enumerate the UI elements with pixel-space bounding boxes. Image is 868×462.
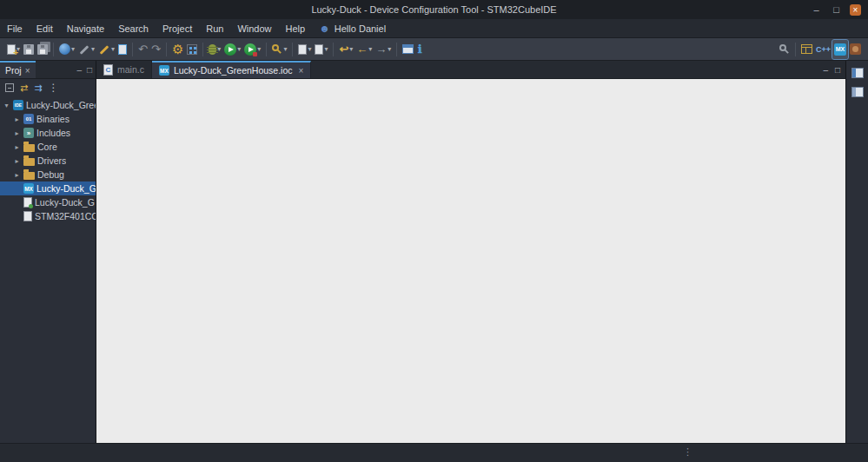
- chevron-down-icon[interactable]: ▾: [237, 45, 241, 53]
- collapse-arrow-icon[interactable]: ▸: [13, 143, 21, 151]
- close-button[interactable]: ×: [850, 4, 861, 16]
- tree-item-binaries[interactable]: ▸ 01 Binaries: [0, 112, 96, 126]
- maximize-editor-button[interactable]: □: [835, 65, 840, 75]
- minimize-view-button[interactable]: –: [76, 65, 82, 75]
- chevron-down-icon[interactable]: ▾: [257, 45, 261, 53]
- cpp-perspective-button[interactable]: C++: [814, 40, 832, 59]
- menu-edit[interactable]: Edit: [30, 19, 60, 37]
- toolbar-separator: [292, 43, 293, 56]
- collapse-all-icon[interactable]: [5, 83, 14, 92]
- open-element-button[interactable]: [116, 40, 129, 59]
- build-button[interactable]: ▾: [96, 40, 116, 59]
- chevron-down-icon[interactable]: ▾: [111, 45, 115, 53]
- chevron-down-icon[interactable]: ▾: [91, 45, 95, 53]
- gear-icon: ⚙: [172, 43, 183, 56]
- tree-item-launch-file[interactable]: Lucky-Duck_G: [0, 195, 96, 209]
- user-account[interactable]: ☻ Hello Daniel: [312, 23, 393, 35]
- search-button[interactable]: ▾: [270, 40, 288, 59]
- debug-button[interactable]: ▾: [207, 40, 222, 59]
- editor-area: C main.c MX Lucky-Duck_GreenHouse.ioc × …: [96, 61, 845, 443]
- tab-main-c[interactable]: C main.c: [96, 61, 152, 78]
- tab-project-explorer[interactable]: Proj ×: [0, 61, 36, 78]
- chevron-down-icon[interactable]: ▾: [283, 45, 287, 53]
- tree-item-debug[interactable]: ▸ Debug: [0, 168, 96, 182]
- folder-icon: [23, 158, 35, 166]
- cpp-perspective-icon: C++: [816, 45, 831, 54]
- link-with-editor-icon[interactable]: ⇄: [20, 83, 28, 93]
- tree-item-includes[interactable]: ▸ » Includes: [0, 126, 96, 140]
- mx-perspective-icon: MX: [834, 43, 846, 56]
- close-icon[interactable]: ×: [25, 66, 30, 76]
- undo-button[interactable]: ↶: [136, 40, 149, 59]
- back-button[interactable]: ←▾: [354, 40, 374, 59]
- titlebar: Lucky-Duck - Device Configuration Tool -…: [0, 0, 868, 19]
- new-wizard-button[interactable]: +▾: [5, 40, 22, 59]
- view-menu-icon[interactable]: ⋮: [48, 82, 58, 93]
- maximize-button[interactable]: □: [830, 3, 843, 16]
- menu-file[interactable]: File: [0, 19, 30, 37]
- new-source-file-button[interactable]: ▾: [313, 40, 329, 59]
- restore-view-button-2[interactable]: [851, 87, 864, 97]
- stm32-target-button[interactable]: ▾: [57, 40, 76, 59]
- minimize-editor-button[interactable]: –: [823, 65, 828, 75]
- open-perspective-button[interactable]: [799, 40, 814, 59]
- minimize-button[interactable]: –: [810, 3, 823, 16]
- quick-search-icon: [779, 44, 786, 51]
- chevron-down-icon[interactable]: ▾: [71, 45, 75, 53]
- tree-item-device-file[interactable]: STM32F401CC: [0, 209, 96, 223]
- tree-item-drivers[interactable]: ▸ Drivers: [0, 154, 96, 168]
- menu-run[interactable]: Run: [199, 19, 230, 37]
- focus-on-active-task-icon[interactable]: ⇉: [34, 83, 42, 93]
- collapse-arrow-icon[interactable]: ▸: [13, 129, 21, 137]
- forward-button[interactable]: →▾: [374, 40, 393, 59]
- menu-help[interactable]: Help: [279, 19, 313, 37]
- external-tools-icon: [244, 43, 256, 56]
- open-window-button[interactable]: [401, 40, 415, 59]
- run-button[interactable]: ▾: [222, 40, 242, 59]
- redo-button[interactable]: ↷: [149, 40, 162, 59]
- collapse-arrow-icon[interactable]: ▸: [13, 116, 21, 123]
- perspective-grid-icon: [801, 44, 812, 54]
- user-avatar-icon: ☻: [319, 23, 330, 35]
- menu-navigate[interactable]: Navigate: [60, 19, 111, 37]
- header-file-icon: [298, 44, 307, 55]
- menu-project[interactable]: Project: [156, 19, 199, 37]
- statusbar-grip-handle[interactable]: ⋮: [683, 446, 692, 458]
- file-icon: [23, 211, 32, 221]
- chevron-down-icon[interactable]: ▾: [349, 45, 353, 53]
- debug-perspective-icon: [850, 43, 861, 55]
- menu-window[interactable]: Window: [230, 19, 278, 37]
- collapse-arrow-icon[interactable]: ▸: [13, 157, 21, 165]
- menu-search[interactable]: Search: [111, 19, 156, 37]
- external-tools-button[interactable]: ▾: [242, 40, 262, 59]
- device-config-perspective-button[interactable]: MX: [832, 40, 848, 59]
- chevron-down-icon[interactable]: ▾: [388, 45, 391, 53]
- tree-item-ioc-file[interactable]: MX Lucky-Duck_G: [0, 182, 96, 195]
- save-button[interactable]: [22, 40, 36, 59]
- close-icon[interactable]: ×: [299, 66, 304, 76]
- about-info-button[interactable]: ℹ: [415, 40, 423, 59]
- flash-programmer-button[interactable]: ▾: [76, 40, 96, 59]
- tab-label: main.c: [117, 64, 144, 75]
- project-explorer-panel: Proj × – □ ⇄ ⇉ ⋮ ▾ IDE Lucky-Duck_: [0, 61, 96, 443]
- device-configuration-button[interactable]: ⚙: [170, 40, 185, 59]
- expand-arrow-icon[interactable]: ▾: [3, 102, 10, 109]
- window-title: Lucky-Duck - Device Configuration Tool -…: [0, 4, 868, 15]
- collapse-arrow-icon[interactable]: ▸: [13, 171, 21, 179]
- tree-item-core[interactable]: ▸ Core: [0, 140, 96, 154]
- tree-item-project-root[interactable]: ▾ IDE Lucky-Duck_Gree: [0, 98, 96, 112]
- toolbar-separator: [795, 43, 796, 56]
- maximize-view-button[interactable]: □: [87, 65, 92, 75]
- restore-view-button[interactable]: [851, 68, 864, 78]
- tab-greenhouse-ioc[interactable]: MX Lucky-Duck_GreenHouse.ioc ×: [152, 61, 311, 78]
- quick-access-search-button[interactable]: [778, 40, 792, 59]
- last-edit-location-button[interactable]: ↩▾: [337, 40, 354, 59]
- chevron-down-icon[interactable]: ▾: [368, 45, 372, 53]
- new-header-file-button[interactable]: ▾: [296, 40, 313, 59]
- binaries-icon: 01: [23, 114, 34, 124]
- chevron-down-icon[interactable]: ▾: [324, 45, 328, 53]
- debug-perspective-button[interactable]: [848, 40, 863, 59]
- save-all-button[interactable]: [36, 40, 50, 59]
- chevron-down-icon[interactable]: ▾: [308, 45, 311, 53]
- chip-programmer-button[interactable]: [185, 40, 199, 59]
